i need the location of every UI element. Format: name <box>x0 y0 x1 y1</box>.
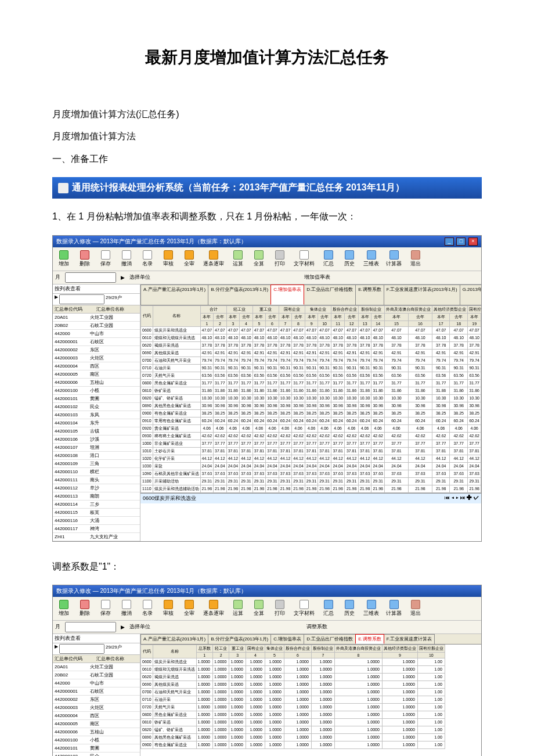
tab-0[interactable]: A.产品产量汇总表(2013年1月) <box>140 634 208 644</box>
toolbar-text-button[interactable]: 文字材料 <box>292 249 316 269</box>
toolbar-calc-button[interactable]: 运算 <box>229 249 247 269</box>
tab-5[interactable]: F.工业发展速度计算表(2013年1月) <box>384 285 460 305</box>
unit-row[interactable]: 442000104东升 <box>53 419 140 427</box>
toolbar-sum-button[interactable]: 汇总 <box>320 249 337 269</box>
unit-row[interactable]: 442000102民众 <box>53 402 140 411</box>
unit-row[interactable]: 442000004西区 <box>53 362 140 370</box>
data-row[interactable]: 0720天然气开采1.00001.00001.00001.00001.00001… <box>141 703 445 711</box>
tab-3[interactable]: D.工业品出厂价格指数 <box>304 634 356 644</box>
unit-row[interactable]: 442000001石岐区 <box>53 687 140 695</box>
data-row[interactable]: 0890其他黑色金属矿采选30.9830.9830.9830.9830.9830… <box>141 402 482 409</box>
unit-row[interactable]: 442000102民众 <box>53 752 140 756</box>
toolbar-sum-button[interactable]: 汇总 <box>320 599 337 618</box>
data-row[interactable]: 0920贵金属矿采选4.064.064.064.064.064.064.064.… <box>141 424 482 432</box>
month-input-2[interactable] <box>65 622 116 632</box>
toolbar-exit-button[interactable]: 退出 <box>407 599 424 618</box>
unit-search-input[interactable] <box>59 294 104 304</box>
unit-row[interactable]: 442000006五桂山 <box>53 728 140 736</box>
data-row[interactable]: 0700石油和天然气开采业79.7479.7479.7479.7479.7479… <box>141 357 482 364</box>
data-row[interactable]: 1030采盐24.0424.0424.0424.0424.0424.0424.0… <box>141 462 482 470</box>
unit-row[interactable]: 442000002东区 <box>53 695 140 703</box>
data-row[interactable]: 0620褐煤开采洗选1.00001.00001.00001.00001.0000… <box>141 673 445 681</box>
toolbar-hist-button[interactable]: 历史 <box>341 599 358 618</box>
unit-row[interactable]: 442000004西区 <box>53 711 140 719</box>
data-row[interactable]: 1100开采辅助活动29.3129.3129.3129.3129.3129.31… <box>141 477 482 485</box>
data-row[interactable]: 1110煤炭开采和洗选辅助活动21.9821.9821.9821.9821.98… <box>141 485 482 492</box>
tab-2[interactable]: C.增加值率表 <box>270 634 304 644</box>
toolbar-undo-button[interactable]: 撤消 <box>118 249 135 269</box>
unit-row[interactable]: 442000中山市 <box>53 329 140 337</box>
tab-1[interactable]: B.分行业产值表(2013年1月) <box>208 634 271 644</box>
unit-row[interactable]: 442000005南区 <box>53 719 140 728</box>
toolbar-save-button[interactable]: 保存 <box>97 599 114 618</box>
data-row[interactable]: 0890其他黑色金属矿采选1.00001.00001.00001.00001.0… <box>141 733 445 741</box>
toolbar-audit-button[interactable]: 审核 <box>160 599 177 618</box>
unit-row[interactable]: 442000103东凤 <box>53 411 140 419</box>
data-row[interactable]: 0600煤炭开采和洗选业47.0747.0747.0747.0747.0747.… <box>141 326 482 334</box>
data-row[interactable]: 0600煤炭开采和洗选业1.00001.00001.00001.00001.00… <box>141 658 445 665</box>
unit-row[interactable]: 442000105古镇 <box>53 427 140 435</box>
nav-icons[interactable]: ⏮ ◀ ▶ ⏭ ✚ ✔ <box>445 495 479 502</box>
unit-row[interactable]: 442000101黄圃 <box>53 394 140 402</box>
unit-row[interactable]: 20A01火炬工业园 <box>53 663 140 671</box>
toolbar-input-button[interactable]: 名录 <box>139 599 156 618</box>
data-row[interactable]: 0930稀有稀土金属矿采选42.6242.6242.6242.6242.6242… <box>141 432 482 440</box>
toolbar-hist-button[interactable]: 历史 <box>341 249 358 269</box>
toolbar-3d-button[interactable]: 三维表 <box>362 599 381 618</box>
data-row[interactable]: 1020化学矿开采44.1244.1244.1244.1244.1244.124… <box>141 455 482 462</box>
select-unit-label-2[interactable]: 选择单位 <box>129 623 150 631</box>
unit-row[interactable]: 442000106沙溪 <box>53 435 140 443</box>
unit-row[interactable]: 442000003火炬区 <box>53 354 140 362</box>
data-row[interactable]: 0820锰矿、铬矿采选10.3010.3010.3010.3010.3010.3… <box>141 394 482 402</box>
toolbar-sendaudit-button[interactable]: 逐条逐审 <box>201 599 226 618</box>
data-row[interactable]: 0810铁矿采选31.8631.8631.8631.8631.8631.8631… <box>141 387 482 394</box>
unit-row[interactable]: 442000115板芙 <box>53 508 140 516</box>
data-row[interactable]: 0610烟煤和无烟煤开采洗选48.1048.1048.1048.1048.104… <box>141 334 482 341</box>
toolbar-3d-button[interactable]: 三维表 <box>362 249 381 269</box>
data-row[interactable]: 0610烟煤和无烟煤开采洗选1.00001.00001.00001.00001.… <box>141 665 445 673</box>
tab-2[interactable]: C.增加值率表 <box>270 285 304 305</box>
toolbar-text-button[interactable]: 文字材料 <box>292 599 316 618</box>
toolbar-print-button[interactable]: 打印 <box>271 249 288 269</box>
unit-row[interactable]: 20B02石岐工业园 <box>53 671 140 679</box>
unit-row[interactable]: 442000100小榄 <box>53 736 140 744</box>
data-row[interactable]: 0800黑色金属矿采选业1.00001.00001.00001.00001.00… <box>141 711 445 718</box>
toolbar-input-button[interactable]: 名录 <box>139 249 156 269</box>
unit-row[interactable]: 20B02石岐工业园 <box>53 321 140 329</box>
data-row[interactable]: 0810铁矿采选1.00001.00001.00001.00001.00001.… <box>141 718 445 726</box>
data-row[interactable]: 0800黑色金属矿采选业31.7731.7731.7731.7731.7731.… <box>141 379 482 387</box>
data-row[interactable]: 0690其他煤炭采选1.00001.00001.00001.00001.0000… <box>141 681 445 688</box>
unit-row[interactable]: 442000112阜沙 <box>53 484 140 492</box>
data-row[interactable]: 1090石棉及其他非金属矿采选37.6337.6337.6337.6337.63… <box>141 470 482 477</box>
toolbar-del-button[interactable]: 删除 <box>76 599 93 618</box>
data-row[interactable]: 0720天然气开采63.5663.5663.5663.5663.5663.566… <box>141 372 482 379</box>
data-grid-2[interactable]: 代码名称总系数轻工业重工业国有企业集体企业股份合作企业股份制企业外商及港澳台商投… <box>140 645 481 749</box>
unit-row[interactable]: 442000100小榄 <box>53 386 140 394</box>
toolbar-calc-button[interactable]: 运算 <box>229 599 247 618</box>
toolbar-undo-button[interactable]: 撤消 <box>118 599 135 618</box>
unit-row[interactable]: 442000114三乡 <box>53 500 140 508</box>
tab-4[interactable]: E.调整系数 <box>355 285 384 305</box>
tab-0[interactable]: A.产品产量汇总表(2013年1月) <box>140 285 208 305</box>
unit-row[interactable]: 442000002东区 <box>53 345 140 354</box>
tab-6[interactable]: G.2013年1月可比工业增加值（可比1 <box>460 285 481 305</box>
unit-row[interactable]: 20A01火炬工业园 <box>53 314 140 322</box>
data-row[interactable]: 0710石油开采90.3190.3190.3190.3190.3190.3190… <box>141 364 482 372</box>
unit-row[interactable]: 442000003火炬区 <box>53 703 140 711</box>
toolbar-exit-button[interactable]: 退出 <box>407 249 424 269</box>
unit-search-input-2[interactable] <box>59 644 104 654</box>
unit-row[interactable]: 442000109三角 <box>53 459 140 467</box>
unit-row[interactable]: 442000113南朗 <box>53 492 140 500</box>
unit-row[interactable]: 442000001石岐区 <box>53 337 140 345</box>
tab-1[interactable]: B.分行业产值表(2013年1月) <box>208 285 271 305</box>
data-row[interactable]: 1000非金属矿采选业37.7737.7737.7737.7737.7737.7… <box>141 440 482 447</box>
unit-row[interactable]: 442000117神湾 <box>53 524 140 532</box>
unit-row[interactable]: 442000中山市 <box>53 679 140 687</box>
tab-5[interactable]: F.工业发展速度计算表 <box>384 634 435 644</box>
unit-row[interactable]: 442000110横栏 <box>53 467 140 476</box>
data-row[interactable]: 0710石油开采1.00001.00001.00001.00001.00001.… <box>141 696 445 703</box>
data-row[interactable]: 0820锰矿、铬矿采选1.00001.00001.00001.00001.000… <box>141 726 445 733</box>
minimize-button[interactable]: _ <box>445 237 454 246</box>
data-row[interactable]: 0900有色金属矿采选业38.2538.2538.2538.2538.2538.… <box>141 409 482 417</box>
unit-row[interactable]: 442000107坦洲 <box>53 443 140 451</box>
